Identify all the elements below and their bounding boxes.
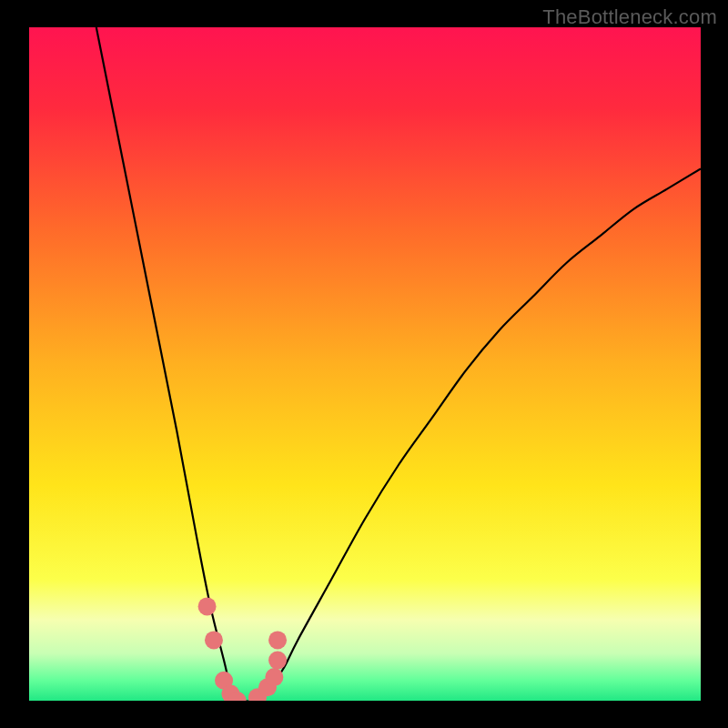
marker-dot — [265, 668, 283, 686]
watermark-text: TheBottleneck.com — [542, 5, 717, 29]
plot-area — [29, 27, 701, 701]
marker-dot — [198, 597, 217, 615]
marker-dot — [268, 631, 287, 649]
marker-dot — [205, 631, 223, 649]
bottleneck-plot — [29, 27, 701, 701]
marker-dot — [268, 652, 287, 670]
chart-frame: TheBottleneck.com — [0, 0, 728, 728]
gradient-background — [29, 27, 701, 701]
